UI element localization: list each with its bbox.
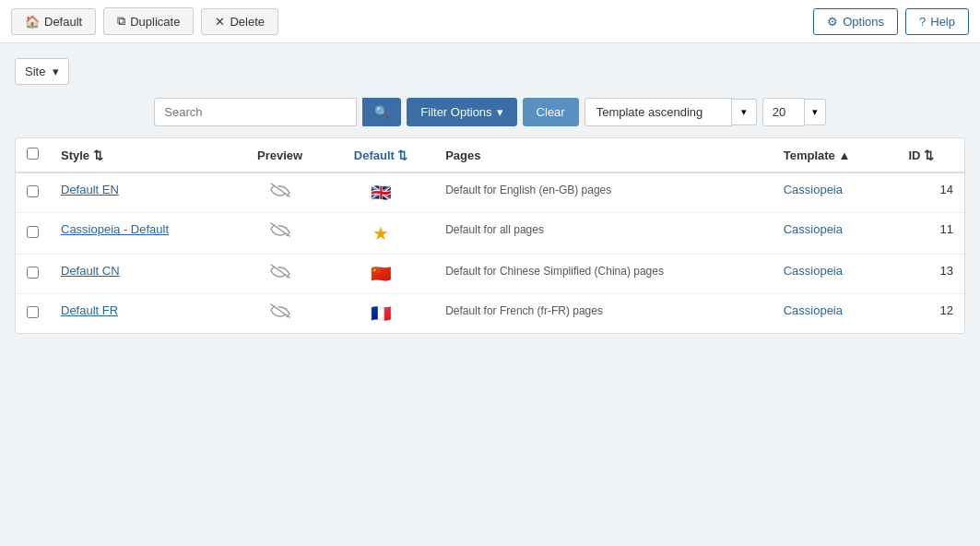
row-id: 11 xyxy=(897,213,964,255)
row-checkbox-cell xyxy=(16,255,50,294)
row-checkbox[interactable] xyxy=(27,306,39,318)
no-preview-icon xyxy=(270,303,290,322)
row-pages: Default for all pages xyxy=(434,213,772,255)
site-value: Site xyxy=(25,65,45,78)
table-row: Default EN 🇬🇧 Default for English (en-GB… xyxy=(16,172,964,213)
table-row: Default CN 🇨🇳 Default for Chinese Simpli… xyxy=(16,255,964,294)
row-id: 14 xyxy=(897,172,964,213)
row-style: Default EN xyxy=(50,172,232,213)
header-template[interactable]: Template ▲ xyxy=(773,138,898,172)
row-id: 12 xyxy=(897,294,964,334)
row-default: 🇫🇷 xyxy=(327,294,434,334)
table-row: Default FR 🇫🇷 Default for French (fr-FR)… xyxy=(16,294,964,334)
search-icon: 🔍 xyxy=(374,105,389,119)
row-preview xyxy=(232,294,327,334)
filter-options-label: Filter Options xyxy=(420,105,491,119)
header-pages: Pages xyxy=(434,138,772,172)
row-template: Cassiopeia xyxy=(773,255,898,294)
clear-label: Clear xyxy=(537,105,565,119)
row-preview xyxy=(232,255,327,294)
sort-dropdown: Template ascending ▾ xyxy=(584,98,757,126)
header-style[interactable]: Style ⇅ xyxy=(50,138,232,172)
home-icon: 🏠 xyxy=(25,15,40,29)
options-button[interactable]: ⚙ Options xyxy=(813,8,898,35)
style-link[interactable]: Cassiopeia - Default xyxy=(61,222,169,236)
star-icon: ★ xyxy=(372,223,389,243)
row-checkbox-cell xyxy=(16,294,50,334)
chevron-down-icon: ▾ xyxy=(53,65,59,78)
question-icon: ? xyxy=(919,15,926,29)
no-preview-icon xyxy=(270,264,290,282)
no-preview-icon xyxy=(270,222,290,241)
no-preview-icon xyxy=(270,183,290,201)
template-link[interactable]: Cassiopeia xyxy=(784,183,843,196)
gear-icon: ⚙ xyxy=(827,15,838,29)
help-button[interactable]: ? Help xyxy=(905,8,969,35)
row-checkbox[interactable] xyxy=(27,267,39,279)
row-style: Cassiopeia - Default xyxy=(50,213,232,255)
row-template: Cassiopeia xyxy=(773,213,898,255)
filter-bar: 🔍 Filter Options ▾ Clear Template ascend… xyxy=(15,98,965,126)
per-page-dropdown: 20 ▾ xyxy=(762,98,826,126)
duplicate-label: Duplicate xyxy=(130,15,180,29)
style-link[interactable]: Default EN xyxy=(61,183,119,196)
flag-icon: 🇫🇷 xyxy=(371,304,391,323)
template-link[interactable]: Cassiopeia xyxy=(784,222,843,236)
row-style: Default FR xyxy=(50,294,232,334)
row-template: Cassiopeia xyxy=(773,172,898,213)
template-link[interactable]: Cassiopeia xyxy=(784,303,843,317)
row-preview xyxy=(232,213,327,255)
options-label: Options xyxy=(843,15,884,29)
copy-icon: ⧉ xyxy=(117,14,125,29)
sort-arrow-button[interactable]: ▾ xyxy=(732,99,757,125)
row-style: Default CN xyxy=(50,255,232,294)
toolbar: 🏠 Default ⧉ Duplicate ✕ Delete ⚙ Options… xyxy=(0,0,980,43)
header-default[interactable]: Default ⇅ xyxy=(327,138,434,172)
per-page-value: 20 xyxy=(773,105,785,119)
flag-icon: 🇨🇳 xyxy=(371,265,391,283)
row-default: 🇨🇳 xyxy=(327,255,434,294)
row-checkbox-cell xyxy=(16,213,50,255)
styles-table: Style ⇅ Preview Default ⇅ Pages Template… xyxy=(16,138,964,333)
header-checkbox-cell xyxy=(16,138,50,172)
per-page-select[interactable]: 20 xyxy=(762,98,805,126)
search-button[interactable]: 🔍 xyxy=(362,98,401,126)
style-link[interactable]: Default CN xyxy=(61,264,120,278)
duplicate-button[interactable]: ⧉ Duplicate xyxy=(103,7,194,35)
row-template: Cassiopeia xyxy=(773,294,898,334)
per-page-arrow-button[interactable]: ▾ xyxy=(805,99,826,125)
default-label: Default xyxy=(44,15,82,29)
row-id: 13 xyxy=(897,255,964,294)
row-pages: Default for Chinese Simplified (China) p… xyxy=(434,255,772,294)
default-button[interactable]: 🏠 Default xyxy=(11,8,96,35)
row-default: ★ xyxy=(327,213,434,255)
chevron-down-icon: ▾ xyxy=(497,105,503,119)
help-label: Help xyxy=(930,15,955,29)
header-preview: Preview xyxy=(232,138,327,172)
delete-label: Delete xyxy=(230,15,265,29)
table-container: Style ⇅ Preview Default ⇅ Pages Template… xyxy=(15,137,965,334)
row-default: 🇬🇧 xyxy=(327,172,434,213)
row-checkbox-cell xyxy=(16,172,50,213)
filter-options-button[interactable]: Filter Options ▾ xyxy=(407,98,516,126)
site-dropdown[interactable]: Site ▾ xyxy=(15,58,69,85)
times-icon: ✕ xyxy=(215,15,225,29)
main-content: Site ▾ 🔍 Filter Options ▾ Clear Template… xyxy=(0,43,980,349)
sort-select[interactable]: Template ascending xyxy=(584,98,732,126)
style-link[interactable]: Default FR xyxy=(61,303,118,317)
header-id[interactable]: ID ⇅ xyxy=(897,138,964,172)
clear-button[interactable]: Clear xyxy=(523,98,579,126)
row-checkbox[interactable] xyxy=(27,226,39,238)
table-header-row: Style ⇅ Preview Default ⇅ Pages Template… xyxy=(16,138,964,172)
row-checkbox[interactable] xyxy=(27,185,39,197)
site-selector: Site ▾ xyxy=(15,58,965,85)
search-input[interactable] xyxy=(154,98,357,126)
select-all-checkbox[interactable] xyxy=(27,148,39,160)
toolbar-right: ⚙ Options ? Help xyxy=(813,8,969,35)
row-pages: Default for French (fr-FR) pages xyxy=(434,294,772,334)
sort-value: Template ascending xyxy=(596,105,703,119)
delete-button[interactable]: ✕ Delete xyxy=(201,8,278,35)
row-preview xyxy=(232,172,327,213)
template-link[interactable]: Cassiopeia xyxy=(784,264,843,278)
table-row: Cassiopeia - Default ★ Default for all p… xyxy=(16,213,964,255)
